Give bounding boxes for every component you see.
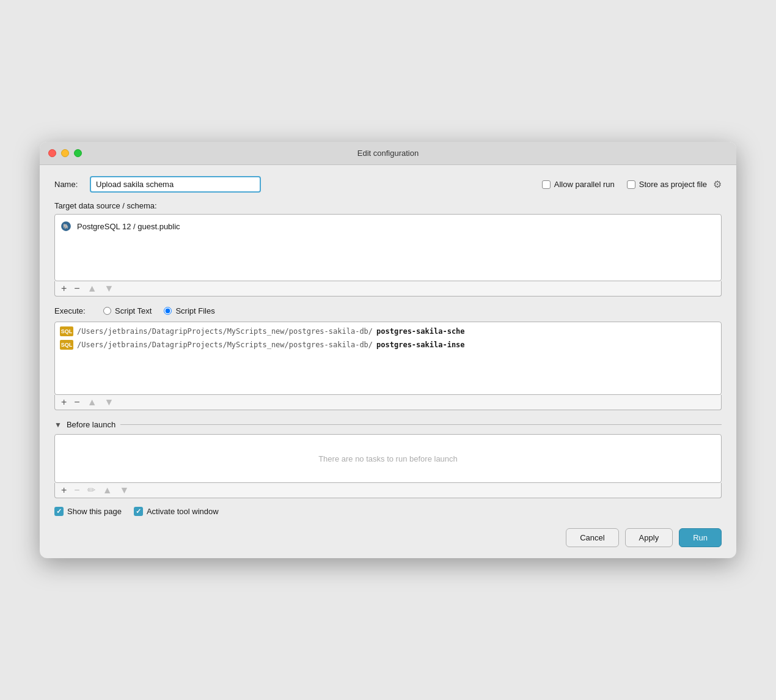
target-remove-button[interactable]: − bbox=[73, 284, 81, 293]
target-add-button[interactable]: + bbox=[60, 284, 68, 293]
before-launch-divider bbox=[120, 424, 722, 425]
allow-parallel-checkbox-item: Allow parallel run bbox=[542, 180, 615, 189]
target-list-box[interactable]: 🐘 PostgreSQL 12 / guest.public bbox=[54, 214, 722, 281]
before-launch-down-button[interactable]: ▼ bbox=[119, 485, 131, 495]
script-path-normal-2: /Users/jetbrains/DatagripProjects/MyScri… bbox=[77, 341, 373, 349]
activate-window-label: Activate tool window bbox=[147, 507, 219, 516]
name-label: Name: bbox=[54, 180, 84, 189]
execute-label: Execute: bbox=[54, 306, 91, 315]
close-button[interactable] bbox=[48, 149, 56, 157]
svg-text:🐘: 🐘 bbox=[63, 223, 69, 229]
sql-icon-1: SQL bbox=[60, 326, 73, 336]
store-project-checkbox[interactable] bbox=[627, 180, 635, 189]
before-launch-list: There are no tasks to run before launch bbox=[54, 434, 722, 483]
script-text-label: Script Text bbox=[115, 306, 152, 315]
store-project-checkbox-item: Store as project file ⚙ bbox=[627, 179, 722, 190]
sql-icon-2: SQL bbox=[60, 340, 73, 350]
before-launch-label: Before launch bbox=[67, 420, 115, 429]
options-row: Allow parallel run Store as project file… bbox=[542, 179, 722, 190]
target-up-button[interactable]: ▲ bbox=[86, 284, 98, 293]
bottom-checks: Show this page Activate tool window bbox=[54, 507, 722, 516]
before-launch-edit-button[interactable]: ✏ bbox=[86, 485, 97, 495]
action-buttons: Cancel Apply Run bbox=[54, 526, 722, 547]
show-page-label: Show this page bbox=[67, 507, 122, 516]
apply-button[interactable]: Apply bbox=[625, 528, 673, 547]
cancel-button[interactable]: Cancel bbox=[566, 528, 618, 547]
before-launch-header: ▼ Before launch bbox=[54, 420, 722, 432]
execute-row: Execute: Script Text Script Files bbox=[54, 306, 722, 315]
show-page-check-item: Show this page bbox=[54, 507, 122, 516]
titlebar: Edit configuration bbox=[40, 142, 736, 165]
script-files-radio-item[interactable]: Script Files bbox=[164, 306, 214, 315]
target-down-button[interactable]: ▼ bbox=[103, 284, 115, 293]
name-row: Name: Allow parallel run Store as projec… bbox=[54, 176, 722, 193]
activate-window-checkbox[interactable] bbox=[134, 507, 143, 516]
script-path-normal-1: /Users/jetbrains/DatagripProjects/MyScri… bbox=[77, 327, 373, 336]
scripts-down-button[interactable]: ▼ bbox=[103, 397, 115, 407]
target-list-item: 🐘 PostgreSQL 12 / guest.public bbox=[60, 218, 716, 234]
allow-parallel-checkbox[interactable] bbox=[542, 180, 551, 189]
maximize-button[interactable] bbox=[74, 149, 82, 157]
scripts-add-button[interactable]: + bbox=[60, 397, 68, 407]
before-launch-up-button[interactable]: ▲ bbox=[101, 485, 114, 495]
script-files-radio[interactable] bbox=[164, 307, 172, 315]
traffic-lights bbox=[48, 149, 82, 157]
before-launch-add-button[interactable]: + bbox=[60, 485, 68, 495]
scripts-toolbar: + − ▲ ▼ bbox=[54, 395, 722, 410]
gear-icon[interactable]: ⚙ bbox=[713, 179, 722, 190]
run-button[interactable]: Run bbox=[679, 528, 722, 547]
scripts-remove-button[interactable]: − bbox=[73, 397, 81, 407]
script-item-1: SQL /Users/jetbrains/DatagripProjects/My… bbox=[59, 325, 717, 338]
script-text-radio-item[interactable]: Script Text bbox=[103, 306, 152, 315]
script-path-bold-1: postgres-sakila-sche bbox=[376, 327, 465, 336]
script-text-radio[interactable] bbox=[103, 307, 111, 315]
window-title: Edit configuration bbox=[357, 149, 419, 158]
postgresql-icon: 🐘 bbox=[60, 220, 72, 232]
scripts-up-button[interactable]: ▲ bbox=[86, 397, 98, 407]
before-launch-empty-text: There are no tasks to run before launch bbox=[318, 454, 458, 463]
show-page-checkbox[interactable] bbox=[54, 507, 64, 516]
script-path-bold-2: postgres-sakila-inse bbox=[376, 341, 465, 349]
content-area: Name: Allow parallel run Store as projec… bbox=[40, 165, 736, 558]
before-launch-remove-button[interactable]: − bbox=[73, 485, 81, 495]
target-section-label: Target data source / schema: bbox=[54, 201, 722, 210]
script-files-label: Script Files bbox=[175, 306, 214, 315]
before-launch-toolbar: + − ✏ ▲ ▼ bbox=[54, 483, 722, 498]
target-item-text: PostgreSQL 12 / guest.public bbox=[77, 222, 180, 231]
activate-window-check-item: Activate tool window bbox=[134, 507, 219, 516]
script-item-2: SQL /Users/jetbrains/DatagripProjects/My… bbox=[59, 338, 717, 352]
minimize-button[interactable] bbox=[61, 149, 69, 157]
allow-parallel-label: Allow parallel run bbox=[554, 180, 615, 189]
edit-configuration-window: Edit configuration Name: Allow parallel … bbox=[40, 142, 736, 558]
target-toolbar: + − ▲ ▼ bbox=[54, 281, 722, 297]
script-list-box[interactable]: SQL /Users/jetbrains/DatagripProjects/My… bbox=[54, 322, 722, 395]
name-input[interactable] bbox=[90, 176, 261, 193]
store-project-label: Store as project file bbox=[639, 180, 707, 189]
chevron-down-icon[interactable]: ▼ bbox=[54, 421, 62, 429]
